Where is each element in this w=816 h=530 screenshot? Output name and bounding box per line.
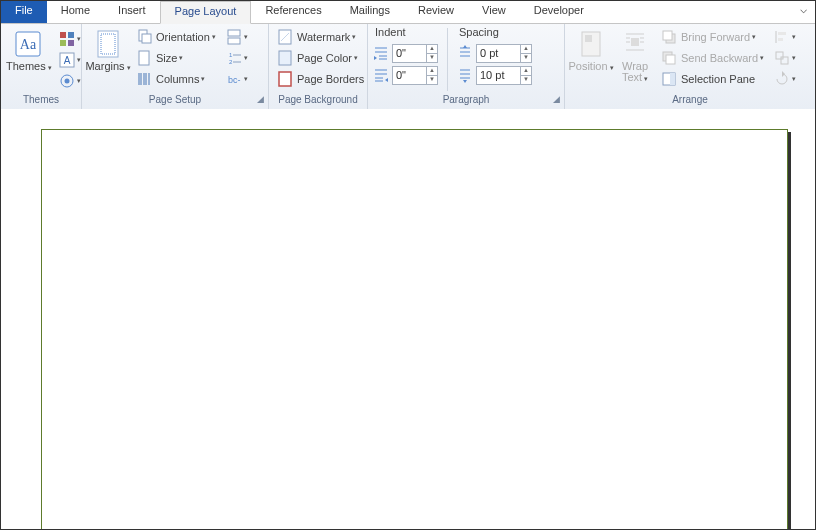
spacing-after-icon [457,67,473,83]
spin-up-icon[interactable]: ▲ [520,67,531,75]
columns-icon [136,71,152,87]
spacing-after-field[interactable]: ▲▼ [476,66,532,85]
theme-effects-icon [59,73,75,89]
document-page[interactable] [41,129,788,529]
svg-point-9 [64,79,69,84]
page-borders-button[interactable]: Page Borders [274,69,367,89]
rotate-button[interactable]: ▾ [771,69,799,89]
spacing-title: Spacing [459,26,532,38]
indent-right-icon [373,67,389,83]
paragraph-launcher[interactable]: ◢ [551,94,562,105]
document-workspace[interactable] [1,109,815,529]
svg-rect-13 [142,34,151,43]
spin-down-icon[interactable]: ▼ [520,75,531,84]
line-numbers-button[interactable]: 12▾ [223,48,251,68]
indent-left-field[interactable]: ▲▼ [392,44,438,63]
align-icon [774,29,790,45]
tab-review[interactable]: Review [404,1,468,23]
selection-pane-button[interactable]: Selection Pane [658,69,767,89]
theme-fonts-icon: A [59,52,75,68]
svg-rect-15 [138,73,142,85]
svg-rect-31 [631,38,639,46]
send-backward-button[interactable]: Send Backward ▾ [658,48,767,68]
position-icon [578,29,604,59]
wrap-text-button[interactable]: Wrap Text▾ [616,27,654,84]
indent-left-input[interactable] [393,47,426,59]
hyphenation-button[interactable]: bc-▾ [223,69,251,89]
group-page-background: Watermark ▾ Page Color ▾ Page Borders Pa… [269,24,368,109]
group-paragraph-label: Paragraph [443,94,490,105]
columns-button[interactable]: Columns ▾ [133,69,219,89]
spin-up-icon[interactable]: ▲ [426,67,437,75]
indent-left-icon [373,45,389,61]
group-button[interactable]: ▾ [771,48,799,68]
svg-rect-41 [776,52,783,59]
spin-down-icon[interactable]: ▼ [520,53,531,62]
selection-pane-icon [661,71,677,87]
size-button[interactable]: Size ▾ [133,48,219,68]
align-button[interactable]: ▾ [771,27,799,47]
group-arrange: Position▾ Wrap Text▾ Bring Forward ▾ Sen… [565,24,815,109]
themes-label: Themes [6,60,46,72]
position-button[interactable]: Position▾ [570,27,612,73]
indent-right-input[interactable] [393,69,426,81]
svg-rect-19 [228,38,240,44]
svg-rect-37 [670,73,675,85]
spacing-before-input[interactable] [477,47,520,59]
indent-right-field[interactable]: ▲▼ [392,66,438,85]
margins-button[interactable]: Margins▾ [87,27,129,73]
theme-effects-button[interactable]: ▾ [56,71,84,91]
svg-rect-40 [778,38,783,41]
theme-fonts-button[interactable]: A▾ [56,50,84,70]
svg-rect-4 [60,40,66,46]
margins-icon [95,29,121,59]
spin-down-icon[interactable]: ▼ [426,53,437,62]
orientation-button[interactable]: Orientation ▾ [133,27,219,47]
page-setup-launcher[interactable]: ◢ [255,94,266,105]
spacing-after-input[interactable] [477,69,520,81]
ribbon-tabbar: File Home Insert Page Layout References … [1,1,815,24]
group-page-setup-label: Page Setup [149,94,201,105]
group-paragraph: Indent ▲▼ ▲▼ Spacing ▲▼ [368,24,565,109]
bring-forward-icon [661,29,677,45]
themes-icon: Aa [14,29,44,59]
svg-rect-17 [148,73,150,85]
minimize-ribbon-icon[interactable]: ⌵ [792,1,815,23]
tab-references[interactable]: References [251,1,335,23]
themes-button[interactable]: Aa Themes▾ [6,27,52,73]
spin-down-icon[interactable]: ▼ [426,75,437,84]
rotate-icon [774,71,790,87]
group-icon [774,50,790,66]
tab-mailings[interactable]: Mailings [336,1,404,23]
tab-view[interactable]: View [468,1,520,23]
tab-developer[interactable]: Developer [520,1,598,23]
svg-rect-27 [279,51,291,65]
group-themes: Aa Themes▾ ▾ A▾ ▾ Themes [1,24,82,109]
svg-rect-30 [585,35,592,42]
line-numbers-icon: 12 [226,50,242,66]
svg-text:Aa: Aa [20,37,37,52]
page-color-button[interactable]: Page Color ▾ [274,48,367,68]
page-borders-icon [277,71,293,87]
watermark-icon [277,29,293,45]
spin-up-icon[interactable]: ▲ [520,45,531,53]
svg-rect-42 [781,57,788,64]
breaks-icon [226,29,242,45]
svg-rect-3 [68,32,74,38]
send-backward-icon [661,50,677,66]
spacing-before-field[interactable]: ▲▼ [476,44,532,63]
theme-colors-icon [59,31,75,47]
breaks-button[interactable]: ▾ [223,27,251,47]
watermark-button[interactable]: Watermark ▾ [274,27,367,47]
svg-text:A: A [63,55,70,66]
indent-title: Indent [375,26,438,38]
spin-up-icon[interactable]: ▲ [426,45,437,53]
theme-colors-button[interactable]: ▾ [56,29,84,49]
bring-forward-button[interactable]: Bring Forward ▾ [658,27,767,47]
tab-insert[interactable]: Insert [104,1,160,23]
svg-rect-16 [143,73,147,85]
tab-file[interactable]: File [1,1,47,23]
svg-rect-5 [68,40,74,46]
tab-page-layout[interactable]: Page Layout [160,1,252,24]
tab-home[interactable]: Home [47,1,104,23]
